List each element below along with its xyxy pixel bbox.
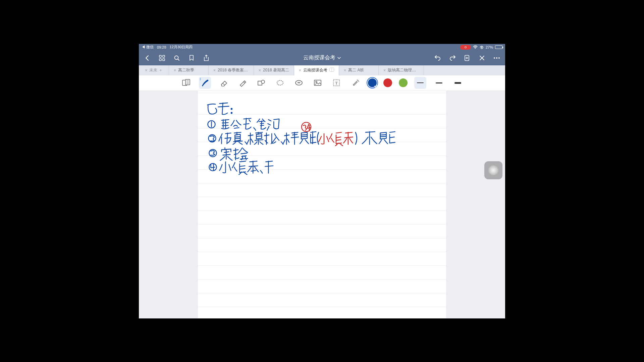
tab-bar: ×未来 ＋×高二秋季×2018 春季教案板…×2018 暑期高二×云南授课会考×… — [139, 65, 505, 75]
tab-close-icon[interactable]: × — [145, 68, 147, 72]
ipad-screen: ◀ 微信 09:28 12月30日周四 27% — [139, 44, 505, 318]
tab-2018 暑期高二[interactable]: ×2018 暑期高二 — [254, 65, 294, 75]
text-tool[interactable]: T — [330, 77, 342, 89]
svg-point-20 — [316, 81, 317, 82]
grid-icon[interactable] — [158, 54, 166, 62]
tab-label: 未来 ＋ — [149, 67, 162, 73]
status-time: 09:28 — [157, 45, 166, 49]
status-bar: ◀ 微信 09:28 12月30日周四 27% — [139, 44, 505, 51]
eraser-tool[interactable] — [218, 77, 230, 89]
svg-point-23 — [231, 108, 232, 109]
search-icon[interactable] — [173, 54, 180, 62]
tab-close-icon[interactable]: × — [299, 68, 301, 72]
svg-rect-2 — [159, 55, 161, 57]
tab-close-icon[interactable]: × — [383, 68, 386, 72]
tab-高二 A班[interactable]: ×高二 A班 — [339, 65, 379, 75]
shape-tool[interactable] — [255, 77, 267, 89]
undo-button[interactable] — [434, 54, 441, 62]
tab-高二秋季[interactable]: ×高二秋季 — [169, 65, 209, 75]
image-tool[interactable] — [312, 77, 324, 89]
page-title: 云南授课会考 — [303, 54, 335, 61]
color-red[interactable] — [383, 78, 392, 87]
toolbar: ᛒ T — [139, 75, 505, 91]
stroke-thick[interactable] — [452, 77, 464, 89]
tab-close-icon[interactable]: × — [344, 68, 346, 72]
page-template-tool[interactable] — [180, 77, 192, 89]
svg-point-17 — [277, 80, 283, 85]
svg-point-18 — [296, 80, 302, 85]
tab-label: 高二 A班 — [348, 67, 364, 73]
assistive-touch[interactable] — [484, 161, 502, 179]
chevron-down-icon — [337, 57, 341, 59]
tab-label: 版纳高二物理加油… — [388, 67, 419, 73]
lasso-tool[interactable] — [274, 77, 286, 89]
canvas-area[interactable] — [139, 91, 505, 318]
close-button[interactable] — [478, 54, 486, 62]
bluetooth-icon: ᛒ — [200, 77, 201, 81]
tab-close-icon[interactable]: × — [174, 68, 176, 72]
more-icon[interactable] — [493, 54, 500, 62]
tab-close-icon[interactable]: × — [259, 68, 261, 72]
svg-text:T: T — [335, 80, 338, 85]
svg-point-10 — [498, 57, 500, 59]
stroke-medium[interactable] — [433, 77, 445, 89]
recording-indicator[interactable] — [460, 45, 471, 50]
handwriting — [198, 91, 446, 318]
pen-tool[interactable]: ᛒ — [199, 77, 211, 89]
svg-point-0 — [475, 48, 476, 49]
svg-point-6 — [175, 56, 178, 59]
redo-button[interactable] — [449, 54, 456, 62]
tab-版纳高二物理加油…[interactable]: ×版纳高二物理加油… — [379, 65, 424, 75]
tab-label: 云南授课会考 — [303, 67, 327, 73]
tab-未来[interactable]: ×未来 ＋ — [139, 65, 169, 75]
paper[interactable] — [198, 91, 446, 318]
svg-point-9 — [496, 57, 497, 59]
split-view-icon[interactable] — [329, 68, 334, 73]
battery-percent: 27% — [486, 45, 493, 49]
back-button[interactable] — [144, 54, 151, 62]
sticker-tool[interactable] — [293, 77, 305, 89]
svg-rect-1 — [481, 47, 482, 48]
tab-label: 2018 暑期高二 — [263, 67, 289, 73]
stroke-thin[interactable] — [414, 77, 426, 89]
battery-icon — [495, 45, 502, 49]
orientation-lock-icon — [480, 45, 484, 49]
tab-close-icon[interactable]: × — [213, 68, 216, 72]
svg-point-8 — [494, 57, 495, 59]
svg-point-24 — [231, 112, 232, 113]
page-title-wrap[interactable]: 云南授课会考 — [303, 54, 341, 61]
laser-tool[interactable] — [349, 77, 361, 89]
back-to-app[interactable]: ◀ 微信 — [142, 45, 154, 50]
svg-rect-4 — [159, 59, 161, 61]
add-page-icon[interactable] — [464, 54, 471, 62]
assistive-touch-inner — [488, 165, 498, 175]
color-green[interactable] — [399, 78, 408, 87]
svg-rect-3 — [163, 55, 165, 57]
tab-云南授课会考[interactable]: ×云南授课会考 — [294, 65, 339, 75]
tab-2018 春季教案板…[interactable]: ×2018 春季教案板… — [209, 65, 254, 75]
color-blue[interactable] — [368, 78, 377, 87]
tab-label: 高二秋季 — [178, 67, 194, 73]
svg-rect-5 — [163, 59, 165, 61]
highlighter-tool[interactable] — [236, 77, 249, 89]
wifi-icon — [473, 45, 478, 49]
bookmark-icon[interactable] — [188, 54, 195, 62]
tab-label: 2018 春季教案板… — [218, 67, 249, 73]
status-date: 12月30日周四 — [170, 45, 193, 50]
svg-point-16 — [261, 80, 265, 83]
nav-bar: 云南授课会考 — [139, 51, 505, 65]
share-icon[interactable] — [203, 54, 210, 62]
